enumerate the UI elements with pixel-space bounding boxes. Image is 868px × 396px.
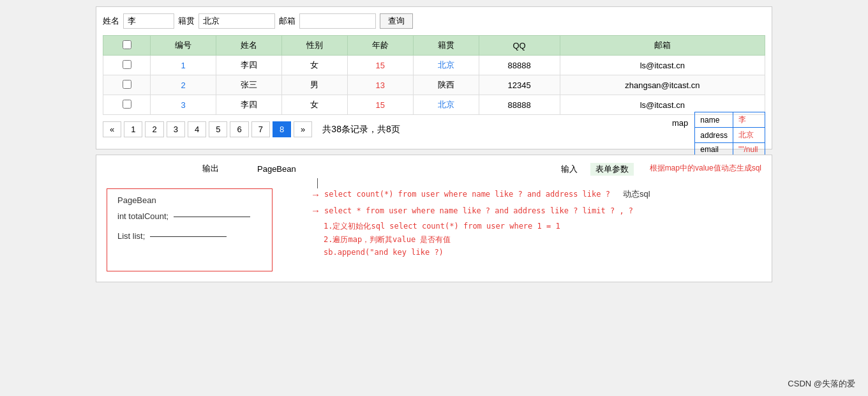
- table-row: 2 张三 男 13 陕西 12345 zhangsan@itcast.cn: [103, 75, 765, 95]
- page-8[interactable]: 8: [273, 121, 291, 137]
- page-2[interactable]: 2: [145, 121, 163, 137]
- cell-qq: 88888: [479, 95, 560, 115]
- cell-email: ls@itcast.cn: [560, 56, 765, 75]
- cell-gender: 男: [281, 75, 347, 95]
- cell-qq: 88888: [479, 56, 560, 75]
- col-qq: QQ: [479, 36, 560, 56]
- arrow-2: →: [311, 205, 320, 216]
- cell-email: zhangsan@itcast.cn: [560, 75, 765, 95]
- col-age: 年龄: [347, 36, 413, 56]
- pagebean-box: PageBean int totalCount; List list;: [107, 188, 273, 271]
- page-next[interactable]: »: [294, 121, 312, 137]
- email-input[interactable]: [299, 13, 376, 29]
- pagebean-center-label: PageBean: [257, 164, 296, 174]
- sql-line-1: → select count(*) from user where name l…: [311, 188, 761, 200]
- pagination: « 1 2 3 4 5 6 7 8 »: [103, 121, 312, 137]
- cell-location: 北京: [413, 56, 479, 75]
- table-area: 编号 姓名 性别 年龄 籍贯 QQ 邮箱 1 李四 女 15 北京 888: [103, 35, 765, 137]
- row-checkbox[interactable]: [123, 100, 131, 109]
- input-label: 输入: [561, 164, 578, 175]
- step-1: 1.定义初始化sql select count(*) from user whe…: [324, 221, 761, 232]
- cell-age: 13: [347, 75, 413, 95]
- page-1[interactable]: 1: [124, 121, 142, 137]
- page-3[interactable]: 3: [167, 121, 185, 137]
- diagram-container: 输出 PageBean 输入 表单参数 根据map中的value值动态生成sql…: [96, 155, 772, 282]
- cell-gender: 女: [281, 95, 347, 115]
- row-checkbox[interactable]: [123, 80, 131, 89]
- row-checkbox[interactable]: [123, 60, 131, 69]
- cell-name: 李四: [216, 95, 282, 115]
- form-params: 表单参数: [590, 163, 634, 176]
- cell-id[interactable]: 2: [151, 75, 216, 95]
- arrow-1: →: [311, 189, 320, 200]
- cell-gender: 女: [281, 56, 347, 75]
- page-prev[interactable]: «: [103, 121, 121, 137]
- email-label: 邮箱: [279, 15, 296, 27]
- jiguan-label: 籍贯: [178, 15, 195, 27]
- watermark: CSDN @失落的爱: [788, 378, 855, 390]
- page-6[interactable]: 6: [230, 121, 248, 137]
- pagebean-title: PageBean: [117, 195, 262, 205]
- jiguan-input[interactable]: [198, 13, 275, 29]
- cell-location: 北京: [413, 95, 479, 115]
- col-email: 邮箱: [560, 36, 765, 56]
- sql-line-2: → select * from user where name like ? a…: [311, 205, 761, 216]
- field-list: List list;: [117, 231, 262, 241]
- name-label: 姓名: [103, 15, 119, 27]
- col-gender: 性别: [281, 36, 347, 56]
- sql-area: → select count(*) from user where name l…: [311, 188, 761, 271]
- output-label: 输出: [202, 163, 219, 174]
- table-row: 3 李四 女 15 北京 88888 ls@itcast.cn: [103, 95, 765, 115]
- query-button[interactable]: 查询: [380, 13, 413, 29]
- search-bar: 姓名 籍贯 邮箱 查询: [103, 13, 765, 29]
- page-info: 共38条记录，共8页: [322, 124, 400, 135]
- cell-id[interactable]: 3: [151, 95, 216, 115]
- page-4[interactable]: 4: [188, 121, 206, 137]
- sql-text-2: select * from user where name like ? and…: [324, 206, 633, 215]
- name-input[interactable]: [123, 13, 174, 29]
- page-7[interactable]: 7: [251, 121, 270, 137]
- sql-annotation: 根据map中的value值动态生成sql: [650, 164, 761, 172]
- step-3: sb.append("and key like ?): [324, 248, 761, 257]
- data-table: 编号 姓名 性别 年龄 籍贯 QQ 邮箱 1 李四 女 15 北京 888: [103, 35, 765, 115]
- col-jiguan: 籍贯: [413, 36, 479, 56]
- diagram-content: PageBean int totalCount; List list; → se…: [107, 188, 761, 271]
- cell-age: 15: [347, 95, 413, 115]
- field-totalcount: int totalCount;: [117, 211, 262, 221]
- col-name: 姓名: [216, 36, 282, 56]
- pagination-row: « 1 2 3 4 5 6 7 8 » 共38条记录，共8页: [103, 121, 765, 137]
- select-all-checkbox[interactable]: [123, 40, 131, 49]
- dynamic-label: 动态sql: [623, 188, 650, 200]
- page-5[interactable]: 5: [209, 121, 227, 137]
- cell-name: 李四: [216, 56, 282, 75]
- cell-name: 张三: [216, 75, 282, 95]
- step-2: 2.遍历map，判断其value 是否有值: [324, 234, 761, 245]
- cell-qq: 12345: [479, 75, 560, 95]
- table-row: 1 李四 女 15 北京 88888 ls@itcast.cn: [103, 56, 765, 75]
- cell-location: 陕西: [413, 75, 479, 95]
- cell-age: 15: [347, 56, 413, 75]
- cell-id[interactable]: 1: [151, 56, 216, 75]
- sql-text-1: select count(*) from user where name lik…: [324, 190, 610, 199]
- col-id: 编号: [151, 36, 216, 56]
- steps-area: 1.定义初始化sql select count(*) from user whe…: [324, 221, 761, 257]
